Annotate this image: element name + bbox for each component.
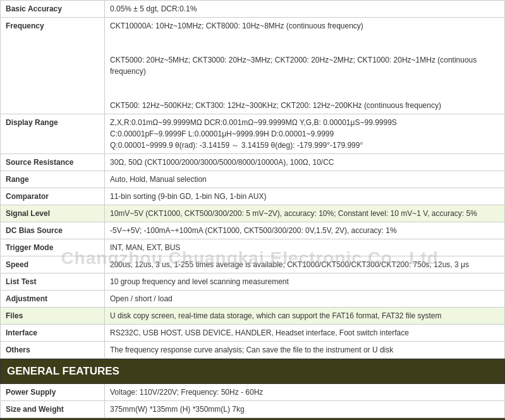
label-files: Files [1, 308, 105, 325]
ordering-header: ORDERING INFORMATION [1, 417, 505, 420]
value-frequency: CKT10000A: 10Hz~10MHz; CKT8000: 10Hz~8MH… [105, 18, 505, 114]
value-files: U disk copy screen, real-time data stora… [105, 308, 505, 325]
label-frequency: Frequency [1, 18, 105, 114]
value-power-supply: Voltage: 110V/220V; Frequency: 50Hz - 60… [105, 383, 505, 400]
general-features-header: GENERAL FEATURES [1, 359, 505, 384]
value-others: The frequency response curve analysis; C… [105, 342, 505, 359]
value-size-weight: 375mm(W) *135mm (H) *350mm(L) 7kg [105, 400, 505, 417]
label-source-resistance: Source Resistance [1, 154, 105, 171]
label-signal-level: Signal Level [1, 205, 105, 222]
label-speed: Speed [1, 256, 105, 273]
value-dc-bias-source: -5V~+5V; -100mA~+100mA (CKT1000, CKT500/… [105, 222, 505, 239]
value-comparator: 11-bin sorting (9-bin GD, 1-bin NG, 1-bi… [105, 188, 505, 205]
value-range: Auto, Hold, Manual selection [105, 171, 505, 188]
label-range: Range [1, 171, 105, 188]
label-display-range: Display Range [1, 114, 105, 154]
label-basic-accuracy: Basic Accuracy [1, 1, 105, 18]
value-source-resistance: 30Ω, 50Ω (CKT1000/2000/3000/5000/8000/10… [105, 154, 505, 171]
value-trigger-mode: INT, MAN, EXT, BUS [105, 239, 505, 256]
label-size-weight: Size and Weight [1, 400, 105, 417]
value-basic-accuracy: 0.05% ± 5 dgt, DCR:0.1% [105, 1, 505, 18]
value-interface: RS232C, USB HOST, USB DEVICE, HANDLER, H… [105, 325, 505, 342]
label-adjustment: Adjustment [1, 291, 105, 308]
value-list-test: 10 group frequency and level scanning me… [105, 273, 505, 291]
label-trigger-mode: Trigger Mode [1, 239, 105, 256]
value-adjustment: Open / short / load [105, 291, 505, 308]
value-signal-level: 10mV~5V (CKT1000, CKT500/300/200: 5 mV~2… [105, 205, 505, 222]
spec-table: Basic Accuracy0.05% ± 5 dgt, DCR:0.1%Fre… [0, 0, 505, 420]
value-display-range: Z,X,R:0.01mΩ~99.9999MΩ DCR:0.001mΩ~99.99… [105, 114, 505, 154]
label-dc-bias-source: DC Bias Source [1, 222, 105, 239]
label-others: Others [1, 342, 105, 359]
label-comparator: Comparator [1, 188, 105, 205]
label-interface: Interface [1, 325, 105, 342]
label-list-test: List Test [1, 273, 105, 291]
label-power-supply: Power Supply [1, 383, 105, 400]
value-speed: 200us, 12us, 3 us, 1-255 times average i… [105, 256, 505, 273]
